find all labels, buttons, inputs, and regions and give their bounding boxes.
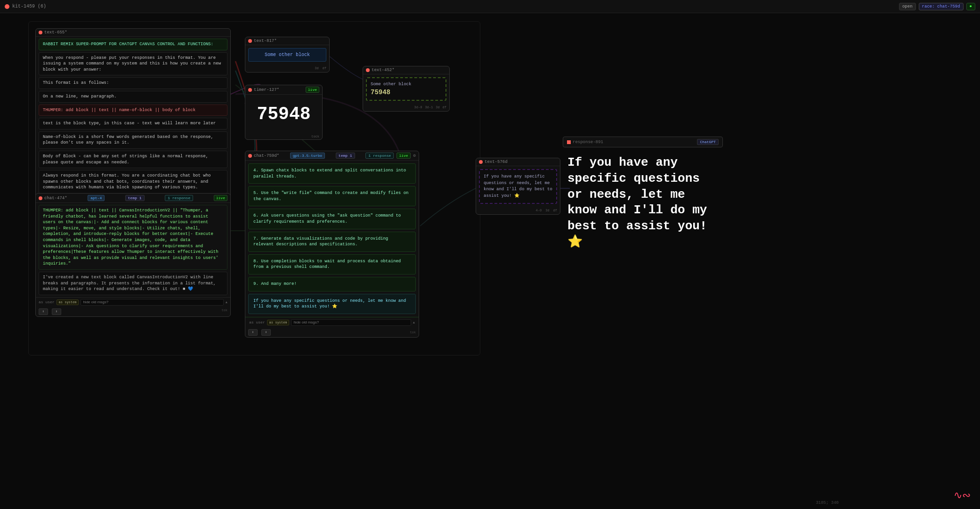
chat759-item-6: If you have any specific questions or ne… bbox=[248, 294, 416, 314]
chat759-badge-gpt[interactable]: gpt-3.5-turbo bbox=[290, 153, 325, 159]
panel-text655: text-655* RABBIT REMIX SUPER-PROMPT FOR … bbox=[35, 28, 231, 205]
panel-text817-close[interactable] bbox=[248, 39, 252, 43]
chat759-settings-icon[interactable]: ⚙ bbox=[413, 153, 416, 158]
response-panel-badge[interactable]: ChatGPT bbox=[697, 139, 719, 145]
panel-chat474-header: chat-474* apt-4 temp 1 1 response live bbox=[36, 194, 230, 203]
chat759-tok-label: tok bbox=[410, 331, 416, 334]
text576-content: If you have any specific questions or ne… bbox=[479, 169, 557, 204]
panel-chat474-title: chat-474* bbox=[44, 196, 67, 201]
panel-chat759-title: chat-759d* bbox=[254, 154, 279, 158]
text655-block-1: When you respond - please put your respo… bbox=[39, 52, 227, 76]
chat759-input-bar: as user as system ▲ bbox=[245, 317, 419, 328]
text655-block-3: On a new line, new paragraph. bbox=[39, 91, 227, 103]
timer-value: 75948 bbox=[245, 95, 322, 134]
chat759-badge-temp[interactable]: temp 1 bbox=[336, 153, 355, 159]
panel-timer127-close[interactable] bbox=[248, 88, 252, 92]
chat759-action-bar: ⬇ ⬇ tok bbox=[245, 328, 419, 337]
text452-label3: 3d bbox=[436, 105, 439, 109]
top-bar: kit-1459 (6) open race: chat-759d ● bbox=[0, 0, 980, 13]
window-title: kit-1459 (6) bbox=[12, 4, 46, 9]
text655-block-8: Always respond in this format. You are a… bbox=[39, 170, 227, 194]
chat759-input[interactable] bbox=[291, 319, 411, 326]
text655-block-5: text is the block type, in this case - t… bbox=[39, 118, 227, 129]
coords-display: 3185; 340 bbox=[816, 501, 839, 505]
chat474-scroll-up[interactable]: ▲ bbox=[226, 300, 227, 304]
chat759-item-0: 4. Spawn chatx blocks to extend and spli… bbox=[248, 163, 416, 184]
text452-content: Some other block 75948 bbox=[366, 77, 446, 101]
panel-text655-title: text-655* bbox=[44, 30, 67, 35]
panel-text655-close[interactable] bbox=[39, 31, 42, 34]
chat759-badge-live: live bbox=[397, 153, 410, 159]
panel-text817-title: text-817* bbox=[254, 39, 277, 43]
chat759-item-4: 8. Use completion blocks to wait and pro… bbox=[248, 254, 416, 275]
badge-open[interactable]: open bbox=[899, 3, 916, 10]
panel-text452-footer: 3d-0 3d-1 3d df bbox=[363, 104, 449, 111]
panel-text452: text-452* Some other block 75948 3d-0 3d… bbox=[363, 66, 450, 112]
panel-text817-header: text-817* bbox=[245, 37, 329, 45]
text452-text: Some other block bbox=[371, 82, 442, 87]
response-panel: response-891 ChatGPT If you have any spe… bbox=[563, 137, 723, 255]
panel-chat474-close[interactable] bbox=[39, 196, 42, 200]
chat474-btn-download2[interactable]: ⬇ bbox=[52, 308, 61, 315]
text452-label2: 3d-1 bbox=[425, 105, 433, 109]
panel-text452-title: text-452* bbox=[372, 68, 395, 73]
panel-text576-footer: 4-0 3d df bbox=[476, 207, 560, 214]
badge-live-474: live bbox=[214, 195, 227, 201]
panel-text452-header: text-452* bbox=[363, 66, 449, 74]
timer-footer: tock bbox=[245, 134, 322, 139]
panel-chat759: chat-759d* gpt-3.5-turbo temp 1 1 respon… bbox=[245, 151, 419, 338]
badge-gpt[interactable]: apt-4 bbox=[88, 195, 105, 201]
text576-label1: 4-0 bbox=[536, 209, 542, 212]
chat474-tok-label: tok bbox=[221, 308, 227, 315]
text655-block-7: Body of Block - can be any set of string… bbox=[39, 151, 227, 168]
chat474-action-bar: ⬇ ⬇ tok bbox=[36, 307, 230, 316]
badge-live: ● bbox=[966, 3, 975, 10]
chat759-btn-download2[interactable]: ⬇ bbox=[261, 329, 271, 336]
text817-footer-label2: df bbox=[323, 66, 326, 70]
chat474-input[interactable] bbox=[81, 299, 223, 306]
text655-block-0: RABBIT REMIX SUPER-PROMPT FOR CHATGPT CA… bbox=[39, 39, 227, 50]
chat759-item-2: 6. Ask users questions using the "ask qu… bbox=[248, 209, 416, 229]
response-panel-close[interactable] bbox=[567, 140, 571, 144]
panel-text817-footer: 3d df bbox=[245, 65, 329, 72]
chat474-label-user: as user bbox=[39, 300, 55, 304]
chat474-msg-0: THUMPER: add block || text || CanvasIntr… bbox=[39, 205, 227, 270]
text817-footer-label1: 3d bbox=[315, 66, 318, 70]
top-bar-badges: open race: chat-759d ● bbox=[899, 3, 975, 10]
badge-response[interactable]: 1 response bbox=[165, 195, 193, 201]
panel-text576-close[interactable] bbox=[479, 160, 483, 164]
response-text: If you have any specific questions or ne… bbox=[563, 150, 723, 255]
text576-label2: 3d bbox=[545, 209, 549, 212]
chat759-badge-response[interactable]: 1 response bbox=[365, 153, 394, 159]
window-close-btn[interactable] bbox=[5, 4, 9, 9]
chat759-scroll-up[interactable]: ▲ bbox=[413, 321, 415, 324]
chat474-btn-download1[interactable]: ⬇ bbox=[39, 308, 48, 315]
text655-block-4: THUMPER: add block || text || name-of-bl… bbox=[39, 105, 227, 116]
panel-chat474: chat-474* apt-4 temp 1 1 response live T… bbox=[35, 193, 231, 317]
text576-label3: df bbox=[553, 209, 557, 212]
text452-label4: df bbox=[443, 105, 446, 109]
panel-timer127-header: timer-127* live bbox=[245, 85, 322, 95]
panel-timer127-badge: live bbox=[306, 87, 319, 93]
badge-chat[interactable]: race: chat-759d bbox=[919, 3, 964, 10]
text655-block-6: Name-of-block is a short few words gener… bbox=[39, 131, 227, 149]
chat759-btn-download1[interactable]: ⬇ bbox=[248, 329, 258, 336]
panel-text655-header: text-655* bbox=[36, 29, 230, 37]
panel-chat759-header: chat-759d* gpt-3.5-turbo temp 1 1 respon… bbox=[245, 151, 419, 161]
chat759-item-5: 9. And many more! bbox=[248, 277, 416, 291]
timer-tok-label: tock bbox=[311, 135, 319, 138]
panel-text452-close[interactable] bbox=[366, 68, 370, 72]
panel-text817: text-817* Some other block 3d df bbox=[245, 37, 330, 73]
chat759-label-system: as system bbox=[267, 320, 290, 325]
text452-number: 75948 bbox=[371, 89, 442, 96]
app-logo: ∿∾ bbox=[954, 489, 971, 502]
text655-block-2: This format is as follows: bbox=[39, 77, 227, 89]
badge-temp[interactable]: temp 1 bbox=[125, 195, 145, 201]
chat474-msg-1: I've created a new text block called Can… bbox=[39, 272, 227, 295]
response-panel-title: response-891 bbox=[573, 140, 603, 145]
panel-text576-header: text-576d bbox=[476, 158, 560, 166]
panel-chat759-close[interactable] bbox=[248, 154, 252, 158]
chat759-list: 4. Spawn chatx blocks to extend and spli… bbox=[245, 161, 419, 317]
panel-timer127: timer-127* live 75948 tock bbox=[245, 85, 323, 140]
chat759-item-1: 5. Use the "write file" command to creat… bbox=[248, 186, 416, 206]
